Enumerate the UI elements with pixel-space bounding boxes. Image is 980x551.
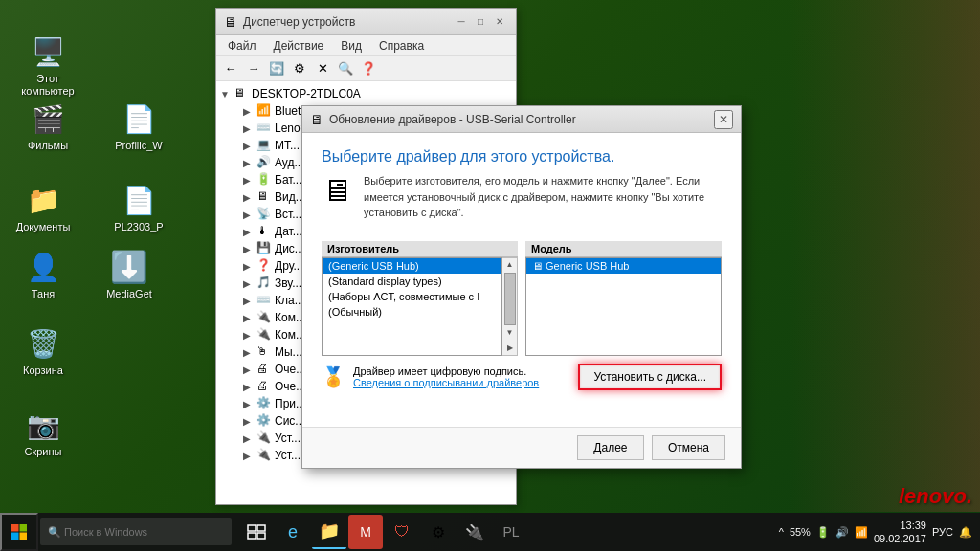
dialog-header: Выберите драйвер для этого устройства. 🖥… xyxy=(302,133,741,231)
desktop-icon-documents[interactable]: 📁 Документы xyxy=(10,177,77,237)
model-section: Модель 🖥 Generic USB Hub xyxy=(525,241,722,356)
menu-help[interactable]: Справка xyxy=(371,37,432,55)
help-button[interactable]: ❓ xyxy=(358,59,379,78)
manufacturer-item-0[interactable]: (Generic USB Hub) xyxy=(323,258,501,274)
tanya-icon: 👤 xyxy=(24,248,62,286)
taskbar-app-pl2303[interactable]: PL xyxy=(494,515,528,549)
install-disk-button[interactable]: Установить с диска... xyxy=(578,364,722,390)
dialog-footer: Далее Отмена xyxy=(302,427,741,468)
properties-button[interactable]: ⚙ xyxy=(289,59,310,78)
desktop-icon-tanya[interactable]: 👤 Таня xyxy=(10,244,77,304)
dialog-title-icon: 🖥 xyxy=(310,112,323,127)
windows-logo-icon xyxy=(11,523,28,540)
devmgr-titlebar: 🖥 Диспетчер устройств ─ □ ✕ xyxy=(216,9,516,35)
taskbar-language: РУС xyxy=(932,526,953,538)
desktop-icon-recycle[interactable]: 🗑️ Корзина xyxy=(10,320,77,381)
taskbar-app-mcafee[interactable]: 🛡 xyxy=(385,515,419,549)
taskbar-app-devmgr[interactable]: ⚙ xyxy=(421,515,456,549)
taskbar-search-input[interactable] xyxy=(40,518,232,545)
tree-root[interactable]: ▼ 🖥 DESKTOP-2TDLC0A xyxy=(216,85,516,102)
model-header: Модель xyxy=(525,241,722,257)
pl2303-icon: 📄 xyxy=(120,181,158,219)
taskbar-app-taskview[interactable] xyxy=(239,515,274,549)
scan-button[interactable]: 🔍 xyxy=(335,59,356,78)
scroll-right-arrow[interactable]: ▶ xyxy=(503,342,517,355)
taskbar-clock[interactable]: 13:39 09.02.2017 xyxy=(874,518,926,546)
manufacturer-item-1[interactable]: (Standard display types) xyxy=(323,274,501,289)
manufacturer-item-2[interactable]: (Наборы ACT, совместимые с I xyxy=(323,289,501,304)
desktop-icon-screenshots[interactable]: 📷 Скрины xyxy=(10,402,77,462)
films-label: Фильмы xyxy=(28,140,68,152)
desktop-decoration xyxy=(789,0,980,512)
dialog-close-button[interactable]: ✕ xyxy=(714,110,733,129)
recycle-icon: 🗑️ xyxy=(24,324,62,363)
scroll-up-arrow[interactable]: ▲ xyxy=(503,258,517,272)
volume-icon[interactable]: 🔊 xyxy=(835,526,849,539)
forward-button[interactable]: → xyxy=(243,59,264,78)
signature-link[interactable]: Сведения о подписывании драйверов xyxy=(353,377,539,388)
scroll-thumb[interactable] xyxy=(504,273,516,325)
manufacturer-section: Изготовитель (Generic USB Hub) (Standard… xyxy=(322,241,518,356)
desktop-icon-films[interactable]: 🎬 Фильмы xyxy=(14,96,81,156)
taskbar-right: ^ 55% 🔋 🔊 📶 13:39 09.02.2017 РУС 🔔 xyxy=(779,518,980,546)
next-button[interactable]: Далее xyxy=(577,435,644,460)
svg-rect-4 xyxy=(248,525,256,531)
cancel-button[interactable]: Отмена xyxy=(652,435,725,460)
manufacturer-list[interactable]: (Generic USB Hub) (Standard display type… xyxy=(322,257,502,356)
devmgr-toolbar: ← → 🔄 ⚙ ✕ 🔍 ❓ xyxy=(216,56,516,81)
screenshots-icon: 📷 xyxy=(24,406,62,444)
svg-rect-0 xyxy=(11,524,19,532)
desktop-icon-profil[interactable]: 📄 Profilic_W xyxy=(105,96,172,156)
svg-rect-3 xyxy=(20,533,28,540)
taskbar-app-usb[interactable]: 🔌 xyxy=(457,515,492,549)
close-button[interactable]: ✕ xyxy=(491,13,508,31)
desktop-icon-computer[interactable]: 🖥️ Этоткомпьютер xyxy=(14,29,81,101)
driver-signature: 🏅 Драйвер имеет цифровую подпись. Сведен… xyxy=(322,364,722,390)
taskbar: e 📁 M 🛡 ⚙ 🔌 PL ^ 55% 🔋 🔊 📶 13:39 09.02.2… xyxy=(0,513,980,551)
desktop-icon-pl2303[interactable]: 📄 PL2303_P xyxy=(105,177,172,237)
driver-update-dialog: 🖥 Обновление драйверов - USB-Serial Cont… xyxy=(301,105,742,469)
svg-rect-1 xyxy=(20,524,28,532)
scroll-down-arrow[interactable]: ▼ xyxy=(503,326,517,340)
dialog-title-text: Обновление драйверов - USB-Serial Contro… xyxy=(329,113,714,126)
taskbar-app-antivirus[interactable]: M xyxy=(348,515,383,549)
back-button[interactable]: ← xyxy=(220,59,241,78)
taskbar-app-explorer[interactable]: 📁 xyxy=(312,515,346,549)
dialog-body: Изготовитель (Generic USB Hub) (Standard… xyxy=(302,231,741,428)
manufacturer-scrollbar[interactable]: ▲ ▼ ▶ xyxy=(502,257,518,356)
desktop-icon-mediaget[interactable]: ⬇️ MediaGet xyxy=(96,244,163,304)
menu-action[interactable]: Действие xyxy=(266,37,332,55)
menu-view[interactable]: Вид xyxy=(333,37,369,55)
minimize-button[interactable]: ─ xyxy=(453,13,470,31)
signature-text: Драйвер имеет цифровую подпись. xyxy=(353,365,539,377)
documents-icon: 📁 xyxy=(24,181,62,219)
dialog-header-text: Выберите изготовителя, его модель и нажм… xyxy=(364,173,722,221)
films-icon: 🎬 xyxy=(29,99,67,138)
notifications-button[interactable]: 🔔 xyxy=(959,526,972,539)
driver-device-icon: 🖥 xyxy=(322,173,352,209)
dialog-header-body: 🖥 Выберите изготовителя, его модель и на… xyxy=(322,173,722,221)
recycle-label: Корзина xyxy=(23,364,63,377)
taskbar-app-edge[interactable]: e xyxy=(276,515,310,549)
mediaget-label: MediaGet xyxy=(106,288,152,300)
taskbar-up-arrow[interactable]: ^ xyxy=(779,526,784,538)
manufacturer-list-wrap: (Generic USB Hub) (Standard display type… xyxy=(322,257,518,356)
computer-icon: 🖥️ xyxy=(29,33,67,71)
model-item-0[interactable]: 🖥 Generic USB Hub xyxy=(526,258,721,274)
maximize-button[interactable]: □ xyxy=(472,13,489,31)
signature-icon: 🏅 xyxy=(322,365,345,388)
menu-file[interactable]: Файл xyxy=(220,37,264,55)
dialog-titlebar: 🖥 Обновление драйверов - USB-Serial Cont… xyxy=(302,106,741,133)
pl2303-label: PL2303_P xyxy=(114,221,163,233)
start-button[interactable] xyxy=(0,513,38,551)
uninstall-button[interactable]: ✕ xyxy=(312,59,333,78)
mediaget-icon: ⬇️ xyxy=(110,248,148,286)
model-list[interactable]: 🖥 Generic USB Hub xyxy=(525,257,722,356)
refresh-button[interactable]: 🔄 xyxy=(266,59,287,78)
manufacturer-item-3[interactable]: (Обычный) xyxy=(323,304,501,320)
network-icon[interactable]: 📶 xyxy=(855,526,868,539)
desktop: 🖥️ Этоткомпьютер 🎬 Фильмы 📁 Документы 👤 … xyxy=(0,0,980,551)
documents-label: Документы xyxy=(16,221,71,233)
titlebar-controls: ─ □ ✕ xyxy=(453,13,508,31)
taskbar-date: 09.02.2017 xyxy=(874,532,926,545)
